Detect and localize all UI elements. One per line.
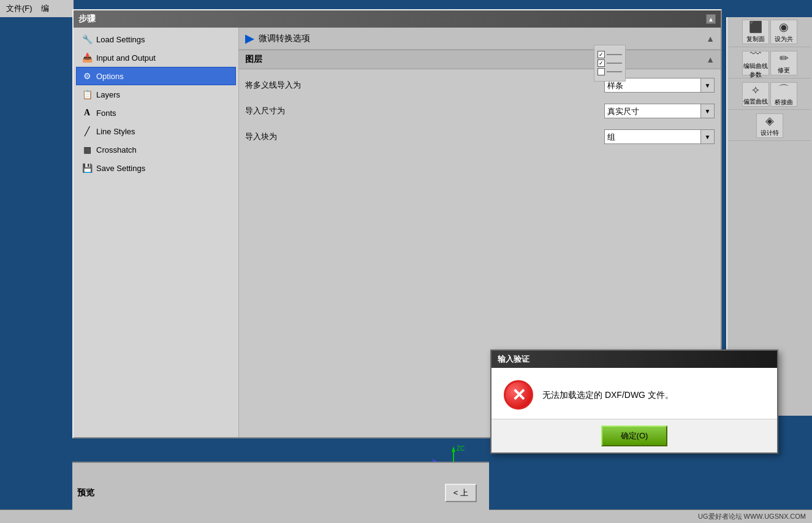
error-footer: 确定(O) bbox=[491, 419, 777, 452]
svg-text:ZC: ZC bbox=[457, 445, 465, 452]
load-settings-icon: 🔧 bbox=[82, 34, 93, 45]
polyline-dropdown-btn[interactable]: ▼ bbox=[701, 78, 715, 93]
check-line-3 bbox=[607, 71, 622, 72]
right-tool-group-3: ⟡ 偏置曲线 ⌒ 桥接曲 bbox=[729, 82, 811, 110]
status-text: UG爱好者论坛 WWW.UGSNX.COM bbox=[698, 512, 806, 521]
layers-collapse-icon[interactable]: ▲ bbox=[706, 55, 715, 64]
copy-face-label: 复制面 bbox=[746, 35, 765, 44]
nav-item-options[interactable]: ⚙ Options bbox=[76, 67, 236, 85]
options-icon: ⚙ bbox=[82, 71, 93, 82]
checklist-toolbar: ✓ ✓ bbox=[594, 45, 626, 82]
nav-panel: 🔧 Load Settings 📥 Input and Output ⚙ Opt… bbox=[74, 28, 239, 437]
section-header-left: ▶ 微调转换选项 bbox=[245, 32, 310, 45]
right-tool-row-2: 〰 编辑曲线参数 ✏ 修更 bbox=[729, 51, 811, 75]
check-row-3 bbox=[598, 68, 622, 75]
check-row-1: ✓ bbox=[598, 51, 622, 58]
menu-edit[interactable]: 编 bbox=[37, 2, 53, 15]
nav-item-crosshatch-label: Crosshatch bbox=[96, 145, 137, 155]
modify-button[interactable]: ✏ 修更 bbox=[770, 51, 797, 75]
dialog-collapse-button[interactable]: ▲ bbox=[706, 14, 716, 24]
nav-item-load-settings[interactable]: 🔧 Load Settings bbox=[76, 30, 236, 48]
error-message: 无法加载选定的 DXF/DWG 文件。 bbox=[542, 389, 674, 402]
block-label: 导入块为 bbox=[245, 131, 604, 142]
right-tool-group-4: ◈ 设计特 bbox=[729, 113, 811, 141]
input-output-icon: 📥 bbox=[82, 52, 93, 63]
nav-item-input-output[interactable]: 📥 Input and Output bbox=[76, 48, 236, 67]
modify-label: 修更 bbox=[778, 66, 790, 75]
save-settings-icon: 💾 bbox=[82, 162, 93, 174]
error-dialog: 输入验证 ✕ 无法加载选定的 DXF/DWG 文件。 确定(O) bbox=[490, 349, 778, 454]
ok-button[interactable]: 确定(O) bbox=[601, 426, 668, 446]
nav-item-layers[interactable]: 📋 Layers bbox=[76, 85, 236, 104]
right-tool-group-2: 〰 编辑曲线参数 ✏ 修更 bbox=[729, 51, 811, 78]
block-select[interactable]: 组 部件 组件 bbox=[604, 129, 701, 144]
preview-label: 预览 bbox=[77, 487, 94, 498]
dialog-titlebar: 步骤 ▲ bbox=[74, 10, 721, 28]
dialog-title: 步骤 bbox=[78, 13, 96, 25]
error-body: ✕ 无法加载选定的 DXF/DWG 文件。 bbox=[491, 368, 777, 419]
set-shared-label: 设为共 bbox=[775, 35, 793, 44]
modify-icon: ✏ bbox=[780, 52, 789, 65]
nav-item-options-label: Options bbox=[96, 72, 124, 81]
setting-row-polyline: 将多义线导入为 样条 折线 曲线 ▼ bbox=[245, 75, 715, 95]
nav-item-crosshatch[interactable]: ▦ Crosshatch bbox=[76, 140, 236, 159]
section-collapse-icon[interactable]: ▲ bbox=[706, 34, 715, 44]
size-dropdown-btn[interactable]: ▼ bbox=[701, 104, 715, 118]
right-tool-row-1: ⬛ 复制面 ◉ 设为共 bbox=[729, 20, 811, 44]
nav-item-save-settings[interactable]: 💾 Save Settings bbox=[76, 159, 236, 177]
setting-row-size: 导入尺寸为 真实尺寸 标注 注释 ▼ bbox=[245, 101, 715, 121]
set-shared-button[interactable]: ◉ 设为共 bbox=[770, 20, 797, 44]
layers-title: 图层 bbox=[245, 54, 262, 65]
fonts-icon: A bbox=[82, 107, 93, 118]
bridge-curve-icon: ⌒ bbox=[778, 82, 789, 97]
check-row-2: ✓ bbox=[598, 59, 622, 67]
checkbox-1: ✓ bbox=[598, 51, 605, 58]
menu-file[interactable]: 文件(F) bbox=[2, 2, 36, 15]
nav-item-fonts-label: Fonts bbox=[96, 109, 116, 118]
edit-curve-param-label: 编辑曲线参数 bbox=[743, 62, 768, 79]
design-special-icon: ◈ bbox=[765, 114, 774, 128]
right-tool-row-4: ◈ 设计特 bbox=[729, 113, 811, 138]
size-label: 导入尺寸为 bbox=[245, 105, 604, 116]
design-special-button[interactable]: ◈ 设计特 bbox=[756, 113, 783, 138]
checkbox-3 bbox=[598, 68, 605, 75]
size-select[interactable]: 真实尺寸 标注 注释 bbox=[604, 104, 701, 118]
size-control: 真实尺寸 标注 注释 ▼ bbox=[604, 104, 715, 118]
preview-section: 预览 < 上 bbox=[72, 462, 489, 523]
check-line-1 bbox=[607, 54, 622, 55]
line-styles-icon: ╱ bbox=[82, 126, 93, 137]
right-tool-row-3: ⟡ 偏置曲线 ⌒ 桥接曲 bbox=[729, 82, 811, 107]
section-title: 微调转换选项 bbox=[259, 33, 310, 44]
layers-section: 图层 ▲ bbox=[239, 50, 721, 69]
section-header: ▶ 微调转换选项 ▲ bbox=[239, 28, 721, 50]
copy-face-button[interactable]: ⬛ 复制面 bbox=[742, 20, 769, 44]
setting-row-block: 导入块为 组 部件 组件 ▼ bbox=[245, 127, 715, 147]
design-special-label: 设计特 bbox=[761, 129, 779, 137]
nav-item-load-settings-label: Load Settings bbox=[96, 35, 145, 44]
block-control: 组 部件 组件 ▼ bbox=[604, 129, 715, 144]
bridge-curve-button[interactable]: ⌒ 桥接曲 bbox=[770, 82, 797, 107]
section-arrow-icon: ▶ bbox=[245, 32, 254, 45]
nav-item-line-styles[interactable]: ╱ Line Styles bbox=[76, 122, 236, 140]
svg-marker-1 bbox=[452, 446, 455, 452]
nav-item-fonts[interactable]: A Fonts bbox=[76, 104, 236, 122]
nav-item-save-settings-label: Save Settings bbox=[96, 164, 145, 173]
error-titlebar: 输入验证 bbox=[491, 351, 777, 368]
checkbox-2: ✓ bbox=[598, 59, 605, 67]
right-tool-group-1: ⬛ 复制面 ◉ 设为共 bbox=[729, 20, 811, 47]
edit-curve-param-button[interactable]: 〰 编辑曲线参数 bbox=[742, 51, 769, 75]
offset-curve-button[interactable]: ⟡ 偏置曲线 bbox=[742, 82, 769, 107]
block-dropdown-btn[interactable]: ▼ bbox=[701, 129, 715, 144]
nav-item-layers-label: Layers bbox=[96, 90, 120, 99]
menu-bar: 文件(F) 编 bbox=[0, 0, 74, 17]
error-title: 输入验证 bbox=[498, 354, 529, 365]
copy-face-icon: ⬛ bbox=[749, 20, 762, 34]
prev-button[interactable]: < 上 bbox=[445, 484, 477, 502]
error-icon: ✕ bbox=[504, 380, 533, 410]
nav-item-input-output-label: Input and Output bbox=[96, 53, 156, 63]
bridge-curve-label: 桥接曲 bbox=[775, 98, 793, 107]
layers-icon: 📋 bbox=[82, 89, 93, 100]
layers-header: 图层 ▲ bbox=[239, 50, 721, 69]
offset-curve-icon: ⟡ bbox=[752, 83, 759, 96]
crosshatch-icon: ▦ bbox=[82, 144, 93, 155]
